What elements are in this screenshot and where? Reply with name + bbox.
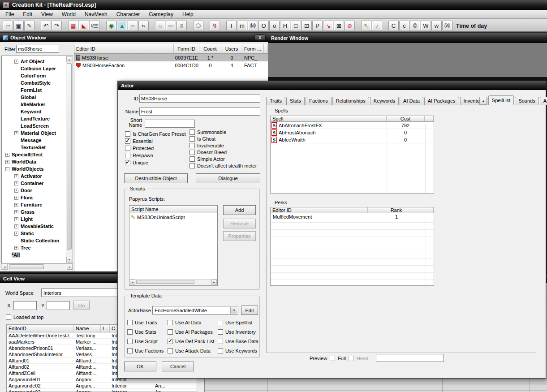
tree-item[interactable]: +Flora [2,194,66,201]
menu-item[interactable]: NavMesh [80,10,112,18]
flag-checkbox[interactable]: Unique [125,159,186,166]
sound-marker-icon[interactable]: ♪ [372,21,382,31]
destructible-object-button[interactable]: Destructible Object [124,173,188,183]
menu-item[interactable]: Gameplay [144,10,178,18]
flag-checkbox[interactable]: Invulnerable [190,142,257,149]
name-input[interactable] [139,108,260,116]
add-script-button[interactable]: Add [223,205,256,215]
script-properties-button[interactable]: Properties [223,231,256,241]
scroll-left-icon[interactable]: ◄ [2,264,8,270]
tab-scroll-left-icon[interactable]: ◄ [479,97,487,105]
tree-expander-icon[interactable] [5,253,9,257]
tree-item[interactable]: Message [2,137,66,144]
tree-item[interactable]: +Door [2,187,66,194]
flag-checkbox[interactable]: Is CharGen Face Preset [125,130,186,138]
tree-expander-icon[interactable]: + [5,153,9,157]
tree-item[interactable]: +Grass [2,208,66,215]
flag-checkbox[interactable]: Essential [125,138,186,145]
go-button[interactable]: Go [73,301,90,310]
spell-row[interactable]: AbIceWraith0 [271,136,434,143]
tree-expander-icon[interactable] [14,74,18,78]
tree-item[interactable]: *All [2,251,66,258]
tree-item[interactable]: Global [2,94,66,101]
tree-item[interactable]: Collision Layer [2,65,66,72]
tree-expander-icon[interactable]: + [14,174,18,178]
w-frame-icon[interactable]: W [421,21,431,31]
tree-item[interactable]: LoadScreen [2,122,66,129]
menu-item[interactable]: Help [178,10,198,18]
snap-to-angle-icon[interactable]: ◣ [79,21,89,31]
scrollbar-thumb[interactable] [9,264,44,269]
template-flag-checkbox[interactable]: Use Script [127,336,164,346]
menu-item[interactable]: Character [112,10,145,18]
column-header[interactable]: EditorID [7,325,74,332]
run-effects-icon[interactable]: Fx [138,21,149,31]
scroll-down-icon[interactable]: ▼ [66,257,72,263]
column-header[interactable]: Spell [271,116,387,121]
column-header[interactable]: Name [74,325,101,332]
table-row[interactable]: MS03HorseFaction0004C1D004FACT [74,61,268,69]
table-row[interactable]: MS03Horse00097E1E1 *0NPC_ [74,54,268,61]
scrollbar-thumb[interactable] [136,280,194,284]
marker-hide-icon[interactable]: ⊠ [334,21,344,31]
open-icon[interactable]: ▱ [3,21,13,31]
tree-expander-icon[interactable]: + [14,203,18,207]
edit-actorbase-button[interactable]: Edit [241,306,258,315]
template-flag-checkbox[interactable]: Use Inventory [218,327,258,336]
tree-expander-icon[interactable]: + [14,60,18,64]
tree-item[interactable]: +MovableStatic [2,223,66,230]
grass-icon[interactable]: ʬ [177,21,187,31]
light-picker-icon[interactable]: ↖ [361,21,371,31]
tree-expander-icon[interactable] [14,146,18,150]
tree-vertical-scrollbar[interactable]: ▲ ▼ [66,56,72,263]
flag-checkbox[interactable]: Simple Actor [190,155,257,162]
dialogue-button[interactable]: Dialogue [196,173,260,183]
tree-item[interactable]: CombatStyle [2,79,66,86]
tree-expander-icon[interactable] [14,67,18,71]
tree-item[interactable]: Static Collection [2,237,66,244]
tree-expander-icon[interactable]: + [14,181,18,185]
tree-expander-icon[interactable] [14,110,18,114]
dialogue-icon[interactable]: ❍ [193,21,203,31]
tree-item[interactable]: +Activator [2,172,66,180]
tree-item[interactable]: FormList [2,86,66,94]
tab[interactable]: AI Data [400,97,423,105]
id-input[interactable] [139,95,260,103]
snap-to-grid-icon[interactable]: ▦ [68,21,78,31]
menu-item[interactable]: File [1,10,18,18]
tree-expander-icon[interactable] [14,138,18,142]
tree-item[interactable]: ColorForm [2,72,66,79]
scroll-up-icon[interactable]: ▲ [66,56,72,62]
tree-expander-icon[interactable]: + [5,160,9,164]
perk-row[interactable]: MuffledMovement1 [271,213,434,220]
flag-checkbox[interactable]: Doesnt Bleed [190,149,257,155]
tree-item[interactable]: LandTexture [2,115,66,122]
occlusion-icon[interactable]: O [258,21,269,31]
tab[interactable]: Stats [286,97,305,105]
tree-expander-icon[interactable] [14,117,18,121]
column-header[interactable]: Editor ID [271,207,368,213]
loaded-at-top-checkbox[interactable]: Loaded at top [6,314,43,320]
flag-checkbox[interactable]: Is Ghost [190,135,257,142]
spell-row[interactable]: AbAtronachFrostFX792 [271,122,434,129]
tree-item[interactable]: +WorldData [2,158,66,165]
tab[interactable]: Relationships [332,97,369,105]
preview-head-checkbox[interactable] [349,356,354,361]
tree-expander-icon[interactable]: + [14,217,18,221]
tree-expander-icon[interactable] [14,81,18,85]
template-flag-checkbox[interactable]: Use Spelllist [218,318,258,327]
template-flag-checkbox[interactable]: Use Base Data [218,336,258,346]
trigger-volume-icon[interactable]: T [226,21,237,31]
script-row[interactable]: ✎MS03OnUnloadScript [129,213,217,221]
template-flag-checkbox[interactable]: Use Factions [127,346,164,355]
column-header[interactable]: L.. [101,325,110,332]
column-header[interactable]: Form ... [242,44,264,53]
template-flag-checkbox[interactable]: Use AI Data [168,318,214,327]
multibound-icon[interactable]: m [237,21,247,31]
w-circle-icon[interactable]: ⓦ [442,21,452,31]
preview-full-checkbox[interactable] [330,356,335,361]
cube-icon[interactable]: □ [291,21,301,31]
copyright-icon[interactable]: © [410,21,420,31]
primitive-icon[interactable]: P [312,21,323,31]
tree-item[interactable]: +SpecialEffect [2,151,66,158]
